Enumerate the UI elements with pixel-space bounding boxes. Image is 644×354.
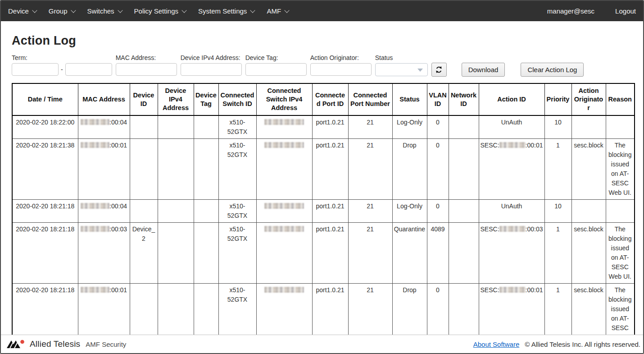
term-from-input[interactable] <box>12 63 59 76</box>
cell-vlan-id: 0 <box>427 115 449 139</box>
term-range-separator: - <box>61 66 63 73</box>
cell-device-tag <box>194 223 218 284</box>
cell-device-id: Device_2 <box>130 223 158 284</box>
cell-priority: 10 <box>544 115 571 139</box>
chevron-down-icon <box>181 8 186 13</box>
col-header-port-number: Connected Port Number <box>348 83 392 115</box>
redacted-value-blur <box>264 287 304 293</box>
col-header-action-id: Action ID <box>479 83 544 115</box>
cell-network-id <box>449 200 479 223</box>
cell-device-id <box>130 200 158 223</box>
nav-item-policy-settings[interactable]: Policy Settings <box>134 7 186 15</box>
cell-port-number: 21 <box>348 223 392 284</box>
cell-device-ipv4 <box>158 223 194 284</box>
status-filter-group: Status <box>375 54 428 76</box>
cell-status: Log-Only <box>392 115 427 139</box>
cell-network-id <box>449 139 479 200</box>
device-tag-input[interactable] <box>245 63 307 76</box>
clear-action-log-button[interactable]: Clear Action Log <box>521 63 584 77</box>
cell-switch-id: x510-52GTX <box>218 200 256 223</box>
cell-switch-ipv4 <box>256 200 312 223</box>
col-header-priority: Priority <box>544 83 571 115</box>
cell-vlan-id: 4089 <box>427 223 449 284</box>
cell-switch-ipv4 <box>256 139 312 200</box>
cell-device-ipv4 <box>158 115 194 139</box>
redacted-value-blur <box>264 226 304 232</box>
nav-item-label: System Settings <box>198 7 247 15</box>
redacted-value-blur <box>499 142 526 148</box>
download-button[interactable]: Download <box>462 63 505 77</box>
action-log-table-body: 2020-02-20 18:22:00:00:04x510-52GTXport1… <box>12 115 635 345</box>
refresh-icon <box>435 65 443 74</box>
status-select[interactable] <box>375 63 428 76</box>
cell-priority: 10 <box>544 200 571 223</box>
table-row: 2020-02-20 18:21:18:00:03Device_2x510-52… <box>12 223 635 284</box>
cell-switch-id: x510-52GTX <box>218 223 256 284</box>
redacted-value-blur <box>81 287 109 293</box>
cell-device-id <box>130 115 158 139</box>
action-originator-input[interactable] <box>310 63 372 76</box>
cell-vlan-id: 0 <box>427 139 449 200</box>
nav-item-system-settings[interactable]: System Settings <box>198 7 254 15</box>
cell-action-id: SESC::00:03 <box>479 223 544 284</box>
col-header-network-id: Network ID <box>449 83 479 115</box>
col-header-switch-ipv4: Connected Switch IPv4 Address <box>256 83 312 115</box>
col-header-port-id: Connected Port ID <box>312 83 348 115</box>
cell-date-time: 2020-02-20 18:22:00 <box>12 115 78 139</box>
redacted-value-blur <box>81 226 109 232</box>
col-header-mac-address: MAC Address <box>78 83 130 115</box>
action-originator-label: Action Originator: <box>310 54 372 61</box>
mac-address-input[interactable] <box>116 63 177 76</box>
cell-device-tag <box>194 200 218 223</box>
col-header-device-tag: Device Tag <box>194 83 218 115</box>
cell-priority: 1 <box>544 223 571 284</box>
nav-item-group[interactable]: Group <box>49 7 75 15</box>
cell-action-originator: sesc.block <box>571 223 606 284</box>
cell-action-id: UnAuth <box>479 115 544 139</box>
cell-reason <box>606 115 635 139</box>
cell-port-id: port1.0.21 <box>312 200 348 223</box>
nav-item-label: AMF <box>267 7 281 15</box>
device-tag-label: Device Tag: <box>245 54 307 61</box>
table-row: 2020-02-20 18:22:00:00:04x510-52GTXport1… <box>12 115 635 139</box>
cell-date-time: 2020-02-20 18:21:38 <box>12 139 78 200</box>
device-ipv4-label: Device IPv4 Address: <box>181 54 242 61</box>
filter-bar: Term: - MAC Address: Device IPv4 Address… <box>12 54 632 77</box>
nav-item-switches[interactable]: Switches <box>87 7 122 15</box>
cell-port-number: 21 <box>348 200 392 223</box>
cell-date-time: 2020-02-20 18:21:18 <box>12 223 78 284</box>
cell-network-id <box>449 115 479 139</box>
table-header: Date / Time MAC Address Device ID Device… <box>12 83 635 115</box>
term-filter-group: Term: - <box>12 54 112 76</box>
redacted-value-blur <box>81 203 109 209</box>
col-header-action-originator: Action Originator <box>571 83 606 115</box>
device-ipv4-filter-group: Device IPv4 Address: <box>181 54 242 76</box>
col-header-vlan-id: VLAN ID <box>427 83 449 115</box>
chevron-down-icon <box>250 8 255 13</box>
col-header-reason: Reason <box>606 83 635 115</box>
select-dropdown-arrow-icon <box>417 69 423 72</box>
cell-network-id <box>449 223 479 284</box>
redacted-value-blur <box>264 119 304 125</box>
cell-reason: The blocking issued on AT-SESC Web UI. <box>606 139 635 200</box>
cell-port-number: 21 <box>348 115 392 139</box>
cell-port-number: 21 <box>348 139 392 200</box>
term-to-input[interactable] <box>65 63 112 76</box>
cell-mac-address: :00:04 <box>78 115 130 139</box>
logout-button[interactable]: Logout <box>615 7 636 15</box>
cell-device-id <box>130 139 158 200</box>
nav-item-amf[interactable]: AMF <box>267 7 289 15</box>
cell-switch-ipv4 <box>256 115 312 139</box>
redacted-value-blur <box>499 226 526 232</box>
main-content: Action Log Term: - MAC Address: Device I… <box>1 34 643 345</box>
cell-date-time: 2020-02-20 18:21:18 <box>12 200 78 223</box>
table-row: 2020-02-20 18:21:38:00:01x510-52GTXport1… <box>12 139 635 200</box>
logged-in-user-label: manager@sesc <box>547 7 594 15</box>
cell-priority: 1 <box>544 139 571 200</box>
refresh-button[interactable] <box>431 63 447 77</box>
about-software-link[interactable]: About Software <box>473 340 520 348</box>
nav-item-device[interactable]: Device <box>8 7 36 15</box>
cell-mac-address: :00:01 <box>78 139 130 200</box>
redacted-value-blur <box>499 287 526 293</box>
device-ipv4-input[interactable] <box>181 63 242 76</box>
